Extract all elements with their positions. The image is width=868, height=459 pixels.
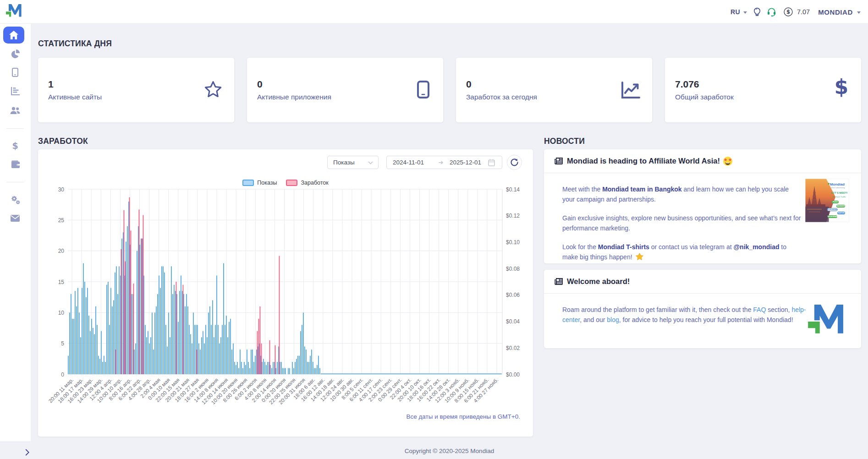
metric-select-value: Показы	[333, 159, 355, 166]
svg-text:$: $	[786, 9, 790, 15]
metric-select[interactable]: Показы	[327, 156, 379, 169]
dollar-sign-icon: $	[834, 75, 848, 98]
sidebar-item-messages[interactable]	[8, 211, 22, 225]
stat-label: Активные сайты	[48, 93, 102, 101]
legend-swatch	[242, 180, 254, 186]
sidebar-expand-button[interactable]	[23, 448, 31, 456]
y-axis-label: 10	[58, 310, 65, 316]
y-axis-label: 30	[58, 186, 65, 193]
sidebar-item-billing[interactable]	[8, 157, 22, 171]
language-dropdown[interactable]: RU	[731, 8, 747, 16]
newspaper-icon	[555, 278, 563, 285]
date-range-arrow-icon: ➔	[435, 159, 447, 166]
y2-axis-label: $0.02	[506, 345, 520, 351]
date-to-input[interactable]: 2025-12-01	[450, 159, 488, 166]
sidebar-item-statistics[interactable]	[8, 47, 22, 60]
series-impressions	[68, 202, 502, 374]
sidebar-item-settings[interactable]	[8, 193, 22, 207]
stat-card-total-earnings: 7.076 Общий заработок $	[665, 58, 861, 122]
sidebar-item-payouts[interactable]: $	[8, 139, 22, 153]
news-card-body: Meet with the Mondiad team in Bangkok an…	[544, 173, 861, 262]
sidebar-item-dashboard[interactable]	[3, 27, 24, 44]
news-card-header: Welcome aboard!	[544, 270, 861, 294]
news-card-header: Mondiad is heading to Affiliate World As…	[544, 149, 861, 173]
footer-copyright: Copyright © 2020-2025 Mondiad	[31, 448, 868, 454]
news-paragraph: Roam around the platform to get familiar…	[562, 305, 806, 325]
mondiad-logo[interactable]	[6, 4, 22, 19]
stat-value: 0	[466, 79, 472, 90]
bar-chart-icon	[11, 87, 20, 95]
gear-small	[16, 201, 20, 204]
sidebar-nav: $	[0, 24, 31, 441]
chevron-down-icon	[857, 11, 861, 14]
sidebar-item-sites[interactable]	[8, 66, 22, 79]
dollar-icon: $	[12, 141, 18, 151]
y2-axis-label: $0.10	[506, 239, 520, 246]
refresh-button[interactable]	[507, 155, 522, 170]
date-range-picker[interactable]: 2024-11-01 ➔ 2025-12-01	[386, 156, 502, 169]
news-paragraph: Gain exclusive insights, explore new bus…	[562, 213, 802, 233]
legend-label: Заработок	[301, 180, 328, 186]
y2-axis-label: $0.06	[506, 292, 520, 298]
news-card-body: Roam around the platform to get familiar…	[544, 294, 861, 325]
news-paragraph: Meet with the Mondiad team in Bangkok an…	[562, 184, 802, 204]
chevron-down-icon	[743, 11, 747, 14]
sidebar-item-reports[interactable]	[8, 84, 22, 98]
balance-button[interactable]: $ 7.07	[784, 7, 810, 16]
lightbulb-icon	[753, 7, 761, 17]
blog-link[interactable]: blog	[607, 316, 619, 323]
promo-banner-image[interactable]: Mondiad smart advertising LET`S MEET! We…	[805, 179, 849, 222]
gear-big	[11, 196, 17, 202]
y-axis-label: 20	[58, 248, 65, 254]
svg-text:smart advertising: smart advertising	[831, 186, 845, 189]
chevron-right-icon	[25, 449, 29, 456]
mondiad-logo-large	[808, 305, 844, 334]
newspaper-icon	[555, 158, 563, 164]
news-card-welcome: Welcome aboard! Roam around the platform…	[544, 270, 861, 348]
home-icon	[9, 31, 18, 39]
users-icon	[10, 107, 20, 115]
support-button[interactable]	[767, 8, 776, 16]
faq-link[interactable]: FAQ	[753, 306, 766, 313]
sidebar-item-referrals[interactable]	[8, 104, 22, 117]
wallet-icon	[11, 160, 20, 168]
news-title: Welcome aboard!	[567, 277, 630, 286]
y2-axis-label: $0.12	[506, 213, 520, 219]
svg-text:TELEGRAM: TELEGRAM	[827, 215, 838, 218]
svg-text:NATIVE: NATIVE	[838, 212, 845, 214]
y2-axis-label: $0.08	[506, 266, 520, 272]
earnings-bar-chart[interactable]: 051015202530$0.00$0.02$0.04$0.06$0.08$0.…	[38, 149, 533, 437]
y-axis-label: 15	[58, 279, 65, 285]
gmt-note: Все даты и время приведены в GMT+0.	[406, 413, 520, 420]
star-struck-emoji	[723, 157, 732, 166]
stat-label: Заработок за сегодня	[466, 93, 537, 101]
chart-line-icon	[621, 82, 640, 99]
date-from-input[interactable]: 2024-11-01	[393, 159, 435, 166]
legend-item[interactable]: Показы	[242, 180, 277, 186]
stats-section-title: СТАТИСТИКА ДНЯ	[38, 39, 112, 49]
stat-card-today-earnings: 0 Заработок за сегодня	[456, 58, 652, 122]
star-icon	[204, 81, 222, 98]
stat-value: 1	[48, 79, 54, 90]
news-title: Mondiad is heading to Affiliate World As…	[567, 157, 720, 165]
legend-swatch	[286, 180, 297, 186]
account-dropdown[interactable]: MONDIAD	[818, 8, 861, 16]
stat-card-active-apps: 0 Активные приложения	[247, 58, 443, 122]
news-section-title: НОВОСТИ	[544, 137, 585, 146]
sidebar-divider	[6, 182, 24, 182]
legend-item[interactable]: Заработок	[286, 180, 328, 186]
svg-text:BANNER: BANNER	[837, 205, 845, 207]
envelope-icon	[11, 215, 20, 222]
calendar-icon	[488, 159, 495, 166]
sidebar-divider	[6, 128, 24, 129]
smartphone-icon	[417, 81, 429, 98]
stat-card-active-sites: 1 Активные сайты	[38, 58, 234, 122]
whats-new-button[interactable]	[753, 7, 761, 17]
svg-text:POPUNDER: POPUNDER	[827, 208, 838, 211]
headset-icon	[767, 8, 776, 16]
svg-text:LET`S MEET!: LET`S MEET!	[831, 191, 847, 194]
news-paragraph: Look for the Mondiad T-shirts or contact…	[562, 242, 802, 262]
stat-label: Общий заработок	[675, 93, 734, 101]
svg-text:We have Traffic: We have Traffic	[832, 196, 846, 198]
y-axis-label: 5	[61, 340, 64, 347]
